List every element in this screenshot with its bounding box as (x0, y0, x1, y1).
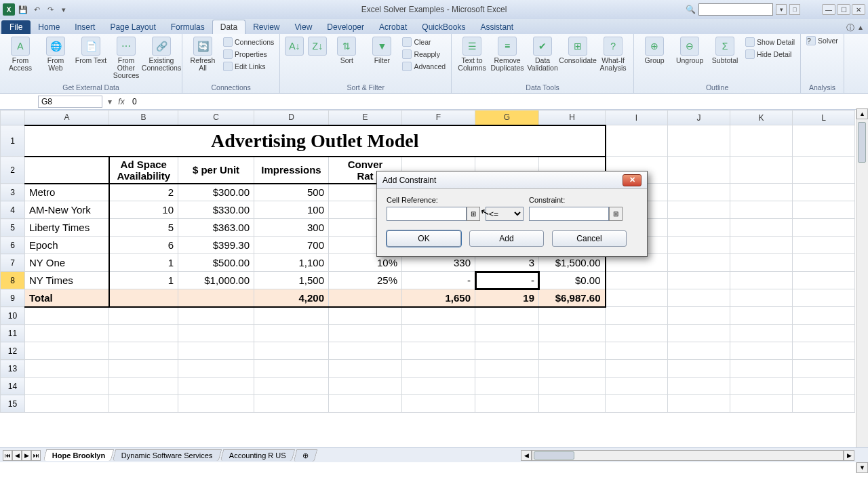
ribbon-help-icon[interactable]: ⓘ (846, 22, 854, 34)
clear-button[interactable]: Clear (401, 37, 447, 47)
from-web-button[interactable]: 🌐From Web (39, 35, 72, 72)
sheet-tab[interactable]: Hope Brooklyn (43, 449, 115, 461)
ungroup-button[interactable]: ⊖Ungroup (673, 35, 706, 64)
new-sheet-button[interactable]: ⊕ (293, 449, 317, 462)
col-header[interactable]: K (730, 110, 793, 125)
col-header[interactable]: B (109, 110, 178, 125)
scroll-right-icon[interactable]: ▶ (844, 450, 854, 461)
consolidate-button[interactable]: ⊞Consolidate (561, 35, 594, 64)
ribbon-min-icon[interactable]: ▾ (776, 4, 787, 15)
sheet-nav-first[interactable]: ⏮ (3, 450, 12, 461)
sort-desc-button[interactable]: Z↓ (307, 35, 328, 57)
col-header[interactable]: H (539, 110, 606, 125)
advanced-button[interactable]: Advanced (401, 61, 447, 72)
solver-button[interactable]: ?Solver (805, 35, 840, 46)
text-to-columns-button[interactable]: ☰Text to Columns (456, 35, 488, 72)
horizontal-scrollbar[interactable]: ◀ ▶ (521, 450, 854, 461)
col-header[interactable]: I (606, 110, 668, 125)
properties-button[interactable]: Properties (222, 49, 275, 60)
tab-acrobat[interactable]: Acrobat (372, 20, 414, 34)
tab-page-layout[interactable]: Page Layout (102, 20, 163, 34)
save-icon[interactable]: 💾 (18, 4, 28, 15)
fx-icon[interactable]: fx (115, 97, 128, 106)
hide-detail-button[interactable]: Hide Detail (744, 49, 796, 60)
connections-button[interactable]: Connections (222, 37, 275, 47)
subwin-restore-icon[interactable]: □ (789, 4, 800, 15)
qat-dropdown-icon[interactable]: ▾ (58, 4, 69, 15)
scroll-left-icon[interactable]: ◀ (521, 450, 532, 461)
from-access-button[interactable]: AFrom Access (4, 35, 37, 72)
sheet-nav-last[interactable]: ⏭ (31, 450, 41, 461)
tab-formulas[interactable]: Formulas (163, 20, 212, 34)
scroll-up-icon[interactable]: ▲ (856, 108, 868, 119)
search-icon[interactable]: 🔍 (686, 5, 696, 14)
tab-developer[interactable]: Developer (319, 20, 372, 34)
sort-button[interactable]: ⇅Sort (330, 35, 363, 64)
range-picker-icon[interactable]: ⊞ (467, 207, 480, 221)
subtotal-button[interactable]: ΣSubtotal (709, 35, 741, 64)
ribbon-collapse-icon[interactable]: ▴ (859, 22, 863, 34)
tab-home[interactable]: Home (31, 20, 67, 34)
tab-view[interactable]: View (288, 20, 320, 34)
existing-connections-button[interactable]: 🔗Existing Connections (145, 35, 178, 72)
sheet-tab[interactable]: Accounting R US (220, 449, 294, 461)
col-header[interactable]: E (329, 110, 402, 125)
ribbon: AFrom Access 🌐From Web 📄From Text ⋯From … (0, 34, 868, 94)
col-header[interactable]: J (668, 110, 730, 125)
edit-links-button[interactable]: Edit Links (222, 61, 275, 72)
sort-asc-button[interactable]: A↓ (284, 35, 304, 57)
dialog-close-button[interactable]: ✕ (623, 174, 642, 186)
help-search-input[interactable] (698, 3, 773, 16)
col-header[interactable]: G (475, 110, 539, 125)
scroll-thumb[interactable] (534, 451, 574, 460)
filter-button[interactable]: ▼Filter (366, 35, 398, 64)
group-label: Outline (638, 82, 796, 93)
selected-cell[interactable]: - (475, 272, 539, 289)
name-box[interactable] (38, 96, 102, 108)
from-text-button[interactable]: 📄From Text (75, 35, 107, 64)
worksheet-grid[interactable]: A B C D E F G H I J K L 1Advertising Out… (0, 110, 868, 447)
tab-file[interactable]: File (1, 20, 31, 34)
close-window-button[interactable]: ✕ (852, 4, 865, 15)
range-picker-icon[interactable]: ⊞ (609, 207, 623, 221)
what-if-button[interactable]: ?What-If Analysis (597, 35, 629, 72)
cancel-button[interactable]: Cancel (552, 230, 627, 247)
add-button[interactable]: Add (469, 230, 544, 247)
col-header[interactable]: L (793, 110, 855, 125)
operator-select[interactable]: <= (486, 207, 524, 221)
tab-insert[interactable]: Insert (67, 20, 102, 34)
tab-data[interactable]: Data (212, 20, 245, 34)
formula-input[interactable]: 0 (128, 96, 868, 107)
group-button[interactable]: ⊕Group (638, 35, 671, 64)
select-all-corner[interactable] (1, 110, 25, 125)
sheet-nav-prev[interactable]: ◀ (12, 450, 22, 461)
tab-quickbooks[interactable]: QuickBooks (414, 20, 473, 34)
refresh-all-button[interactable]: 🔄Refresh All (186, 35, 219, 72)
scroll-down-icon[interactable]: ▼ (856, 462, 868, 473)
tab-review[interactable]: Review (245, 20, 287, 34)
ok-button[interactable]: OK (387, 230, 461, 247)
constraint-input[interactable] (529, 207, 609, 221)
name-box-dropdown[interactable]: ▾ (105, 97, 115, 106)
col-header[interactable]: C (178, 110, 254, 125)
excel-icon: X (3, 3, 15, 16)
col-header[interactable]: D (254, 110, 329, 125)
sheet-tab[interactable]: Dynamic Software Services (113, 449, 222, 461)
scroll-thumb[interactable] (858, 122, 866, 163)
tab-assistant[interactable]: Assistant (473, 20, 521, 34)
maximize-button[interactable]: ☐ (837, 4, 850, 15)
show-detail-button[interactable]: Show Detail (744, 37, 796, 47)
vertical-scrollbar[interactable]: ▲ ▼ (856, 108, 868, 473)
reapply-button[interactable]: Reapply (401, 49, 447, 60)
undo-icon[interactable]: ↶ (31, 4, 42, 15)
remove-duplicates-button[interactable]: ≡Remove Duplicates (491, 35, 524, 72)
from-other-button[interactable]: ⋯From Other Sources (110, 35, 142, 79)
title-cell[interactable]: Advertising Outlet Model (25, 125, 606, 157)
cell-reference-input[interactable] (387, 207, 467, 221)
redo-icon[interactable]: ↷ (45, 4, 56, 15)
col-header[interactable]: F (402, 110, 475, 125)
col-header[interactable]: A (25, 110, 109, 125)
minimize-button[interactable]: — (822, 4, 835, 15)
data-validation-button[interactable]: ✔Data Validation (526, 35, 559, 72)
sheet-nav-next[interactable]: ▶ (22, 450, 31, 461)
